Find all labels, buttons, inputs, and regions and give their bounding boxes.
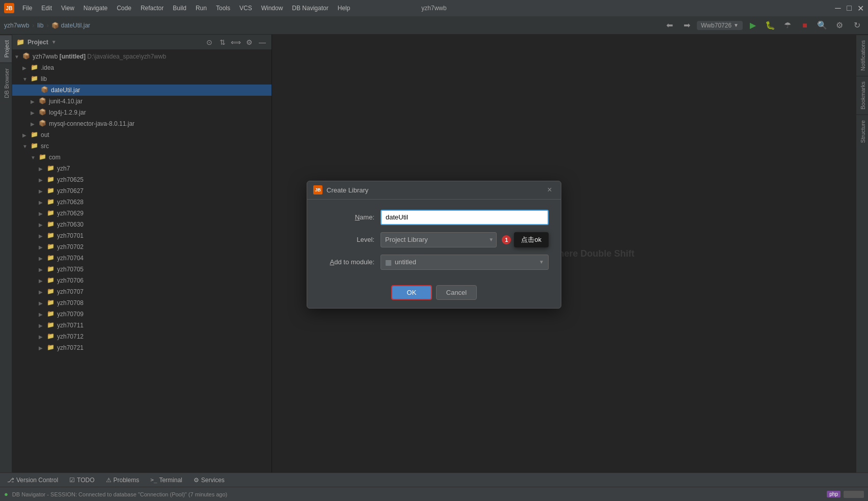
menu-build[interactable]: Build xyxy=(169,4,191,13)
tab-terminal[interactable]: >_ Terminal xyxy=(145,474,187,487)
menu-run[interactable]: Run xyxy=(192,4,211,13)
services-label: Services xyxy=(201,477,225,484)
dialog-close-button[interactable]: × xyxy=(545,185,555,195)
menu-window[interactable]: Window xyxy=(257,4,287,13)
window-controls: ─ □ ✕ xyxy=(834,5,864,12)
module-row: Add to module: ▦ untitled ▼ xyxy=(319,255,549,270)
bottom-bar: ⎇ Version Control ☑ TODO ⚠ Problems >_ T… xyxy=(0,472,868,487)
terminal-icon: >_ xyxy=(150,477,157,483)
cancel-button[interactable]: Cancel xyxy=(436,285,477,300)
dialog-body: Name: Level: Project Library Module Libr… xyxy=(307,200,561,281)
php-badge: php xyxy=(827,491,840,497)
menu-db-navigator[interactable]: DB Navigator xyxy=(288,4,332,13)
version-control-label: Version Control xyxy=(16,477,58,484)
level-label: Level: xyxy=(319,236,381,243)
module-select-wrapper[interactable]: ▦ untitled ▼ xyxy=(381,255,549,270)
menu-view[interactable]: View xyxy=(57,4,78,13)
menu-help[interactable]: Help xyxy=(334,4,355,13)
terminal-label: Terminal xyxy=(159,477,182,484)
tab-problems[interactable]: ⚠ Problems xyxy=(101,474,145,487)
module-label: Add to module: xyxy=(319,258,381,266)
hint-bubble: 点击ok xyxy=(514,232,549,247)
menu-navigate[interactable]: Navigate xyxy=(79,4,112,13)
app-logo: JB xyxy=(4,3,14,13)
ok-button[interactable]: OK xyxy=(391,285,432,300)
close-button[interactable]: ✕ xyxy=(857,5,864,12)
tab-version-control[interactable]: ⎇ Version Control xyxy=(2,474,63,487)
name-row: Name: xyxy=(319,210,549,225)
maximize-button[interactable]: □ xyxy=(846,5,853,12)
problems-label: Problems xyxy=(114,477,140,484)
tab-todo[interactable]: ☑ TODO xyxy=(64,474,99,487)
module-dropdown-arrow-icon: ▼ xyxy=(539,259,544,265)
create-library-dialog: JB Create Library × Name: Level: Project… xyxy=(307,181,561,309)
hint-badge: 1 xyxy=(502,235,511,244)
dialog-footer: OK Cancel xyxy=(307,281,561,300)
status-icon: ● xyxy=(4,490,8,498)
menu-code[interactable]: Code xyxy=(113,4,135,13)
status-text: DB Navigator - SESSION: Connected to dat… xyxy=(12,491,227,497)
menu-refactor[interactable]: Refactor xyxy=(137,4,168,13)
problems-icon: ⚠ xyxy=(106,477,112,484)
module-select-value: untitled xyxy=(395,258,536,266)
menu-edit[interactable]: Edit xyxy=(37,4,56,13)
level-select[interactable]: Project Library Module Library Global Li… xyxy=(381,232,497,247)
level-select-wrapper: Project Library Module Library Global Li… xyxy=(381,232,497,247)
services-icon: ⚙ xyxy=(194,477,199,484)
tab-services[interactable]: ⚙ Services xyxy=(188,474,230,487)
hint-area: 1 点击ok xyxy=(502,232,549,247)
title-bar: JB File Edit View Navigate Code Refactor… xyxy=(0,0,868,16)
dialog-logo: JB xyxy=(313,185,322,194)
status-bar: ● DB Navigator - SESSION: Connected to d… xyxy=(0,487,868,501)
level-row: Level: Project Library Module Library Gl… xyxy=(319,232,549,247)
modal-overlay: JB Create Library × Name: Level: Project… xyxy=(0,16,868,472)
progress-indicator xyxy=(844,491,864,498)
window-title: yzh7wwb xyxy=(421,5,446,12)
dialog-titlebar: JB Create Library × xyxy=(307,181,561,200)
todo-icon: ☑ xyxy=(69,477,75,484)
menu-file[interactable]: File xyxy=(18,4,36,13)
minimize-button[interactable]: ─ xyxy=(834,5,842,12)
dialog-title: Create Library xyxy=(327,186,540,194)
name-input[interactable] xyxy=(381,210,549,225)
version-control-icon: ⎇ xyxy=(7,477,14,484)
module-select-icon: ▦ xyxy=(385,258,392,266)
menu-tools[interactable]: Tools xyxy=(212,4,234,13)
menu-vcs[interactable]: VCS xyxy=(235,4,256,13)
name-label: Name: xyxy=(319,213,381,221)
todo-label: TODO xyxy=(77,477,94,484)
